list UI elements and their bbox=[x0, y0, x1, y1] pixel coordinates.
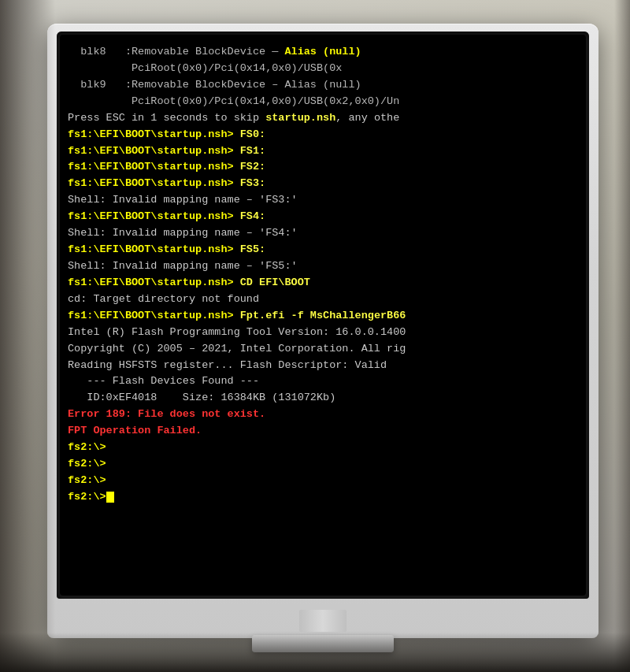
terminal-line: PciRoot(0x0)/Pci(0x14,0x0)/USB(0x2,0x0)/… bbox=[68, 94, 578, 110]
terminal-line: Copyright (C) 2005 – 2021, Intel Corpora… bbox=[68, 341, 578, 358]
terminal-line: fs1:\EFI\BOOT\startup.nsh> FS2: bbox=[68, 159, 578, 176]
terminal-line: fs1:\EFI\BOOT\startup.nsh> FS3: bbox=[68, 176, 578, 192]
monitor-stand-neck bbox=[299, 610, 346, 632]
terminal-line: Error 189: File does not exist. bbox=[68, 407, 578, 423]
terminal-line: fs2:\> bbox=[68, 440, 578, 456]
terminal-line: fs1:\EFI\BOOT\startup.nsh> Fpt.efi -f Ms… bbox=[68, 308, 578, 325]
terminal-line: Press ESC in 1 seconds to skip startup.n… bbox=[68, 110, 578, 127]
terminal-line: ID:0xEF4018 Size: 16384KB (131072Kb) bbox=[68, 390, 578, 407]
terminal-line: fs1:\EFI\BOOT\startup.nsh> CD EFI\BOOT bbox=[68, 275, 578, 291]
photo-right-vignette bbox=[614, 0, 630, 672]
terminal-line: Shell: Invalid mapping name – 'FS4:' bbox=[68, 225, 578, 242]
terminal-line: fs1:\EFI\BOOT\startup.nsh> FS5: bbox=[68, 242, 578, 258]
terminal-line: Reading HSFSTS register... Flash Descrip… bbox=[68, 358, 578, 374]
terminal-line: fs2:\> bbox=[68, 456, 578, 473]
terminal-line: blk9 :Removable BlockDevice – Alias (nul… bbox=[68, 77, 578, 94]
terminal-line: FPT Operation Failed. bbox=[68, 423, 578, 440]
terminal-line: fs2:\> bbox=[68, 489, 578, 506]
terminal-line: fs1:\EFI\BOOT\startup.nsh> FS1: bbox=[68, 143, 578, 160]
photo-bottom-vignette bbox=[0, 633, 630, 672]
terminal-line: Intel (R) Flash Programming Tool Version… bbox=[68, 325, 578, 341]
terminal-line: fs1:\EFI\BOOT\startup.nsh> FS4: bbox=[68, 209, 578, 225]
terminal-output: blk8 :Removable BlockDevice — Alias (nul… bbox=[68, 44, 578, 589]
monitor-screen: blk8 :Removable BlockDevice — Alias (nul… bbox=[60, 35, 586, 596]
terminal-line: fs2:\> bbox=[68, 473, 578, 489]
terminal-line: --- Flash Devices Found --- bbox=[68, 373, 578, 390]
terminal-line: blk8 :Removable BlockDevice — Alias (nul… bbox=[68, 44, 578, 61]
terminal-line: cd: Target directory not found bbox=[68, 291, 578, 308]
monitor-frame: blk8 :Removable BlockDevice — Alias (nul… bbox=[47, 24, 598, 638]
terminal-cursor bbox=[106, 492, 114, 503]
terminal-line: Shell: Invalid mapping name – 'FS5:' bbox=[68, 258, 578, 275]
terminal-line: PciRoot(0x0)/Pci(0x14,0x0)/USB(0x bbox=[68, 61, 578, 77]
monitor-bezel: blk8 :Removable BlockDevice — Alias (nul… bbox=[57, 32, 589, 599]
terminal-line: Shell: Invalid mapping name – 'FS3:' bbox=[68, 192, 578, 209]
photo-left-vignette bbox=[0, 0, 55, 672]
terminal-line: fs1:\EFI\BOOT\startup.nsh> FS0: bbox=[68, 127, 578, 143]
